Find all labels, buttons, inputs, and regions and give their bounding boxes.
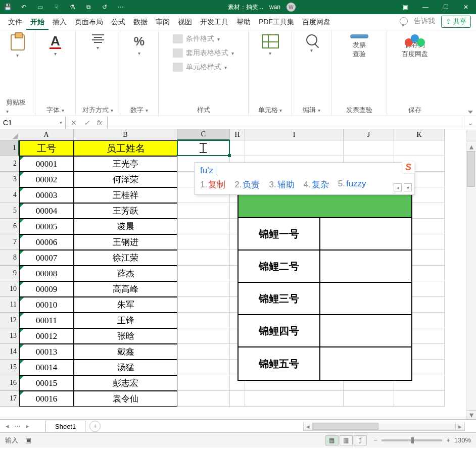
cell[interactable]: 张晗	[74, 328, 177, 344]
expand-formula-icon[interactable]: ⌄	[464, 116, 476, 129]
col-header-J[interactable]: J	[344, 129, 394, 140]
ime-candidate[interactable]: 3.辅助	[269, 179, 294, 190]
cell[interactable]: 00006	[19, 234, 74, 250]
cell[interactable]: 王钢进	[74, 234, 177, 250]
confirm-icon[interactable]: ✓	[84, 119, 90, 127]
ribbon-options-icon[interactable]: ▣	[398, 1, 412, 13]
cell[interactable]: 汤猛	[74, 360, 177, 375]
ime-next-icon[interactable]: ▾	[404, 183, 412, 191]
row-header[interactable]: 14	[0, 344, 19, 360]
maximize-icon[interactable]: ☐	[439, 1, 453, 13]
cell[interactable]	[177, 297, 230, 313]
cells-button[interactable]: ▾	[261, 34, 279, 59]
more-icon[interactable]: ⋯	[116, 3, 125, 12]
row-header[interactable]: 13	[0, 328, 19, 344]
tab-formula[interactable]: 公式	[107, 16, 129, 30]
ime-candidate[interactable]: 4.复杂	[304, 179, 329, 190]
cell[interactable]	[344, 391, 394, 407]
cell[interactable]	[177, 360, 230, 375]
cell[interactable]: 朱军	[74, 297, 177, 313]
col-header-K[interactable]: K	[394, 129, 445, 140]
cell[interactable]: 00007	[19, 250, 74, 266]
cell[interactable]: 00010	[19, 297, 74, 313]
tab-help[interactable]: 帮助	[232, 16, 255, 30]
number-button[interactable]: %▾	[130, 34, 149, 59]
cell[interactable]	[177, 250, 230, 266]
cell[interactable]: 凌晨	[74, 219, 177, 234]
cell[interactable]	[394, 391, 445, 407]
cell[interactable]: 袁令仙	[74, 391, 177, 407]
view-page-icon[interactable]: ▥	[340, 435, 353, 445]
align-button[interactable]: ▾	[89, 34, 107, 59]
cell[interactable]: 王光亭	[74, 156, 177, 172]
scroll-right-icon[interactable]: ▸	[455, 422, 464, 430]
hscroll-thumb[interactable]	[313, 423, 378, 430]
scroll-left-icon[interactable]: ◂	[304, 422, 313, 430]
baidu-save-button[interactable]: 保存到 百度网盘	[406, 34, 424, 59]
cell[interactable]	[177, 313, 230, 328]
tab-insert[interactable]: 插入	[49, 16, 71, 30]
cell[interactable]	[177, 344, 230, 360]
sheet-nav-next-icon[interactable]: ▸	[23, 422, 31, 430]
row-header[interactable]: 3	[0, 172, 19, 187]
cell[interactable]: 何泽荣	[74, 172, 177, 187]
table-format-button[interactable]: 套用表格格式 ▾	[173, 48, 234, 58]
cell[interactable]	[245, 140, 344, 156]
row-header[interactable]: 17	[0, 391, 19, 407]
add-sheet-icon[interactable]: +	[89, 421, 101, 432]
cell[interactable]	[230, 391, 245, 407]
row-header[interactable]: 11	[0, 297, 19, 313]
tab-file[interactable]: 文件	[4, 16, 26, 30]
tab-review[interactable]: 审阅	[152, 16, 174, 30]
editing-button[interactable]: ▾	[303, 34, 321, 59]
tab-pdf[interactable]: PDF工具集	[255, 16, 298, 30]
close-icon[interactable]: ✕	[459, 1, 473, 13]
paste-button[interactable]: ▾	[9, 34, 27, 59]
scroll-down-icon[interactable]: ▾	[466, 410, 476, 419]
cell[interactable]	[394, 140, 445, 156]
zoom-out-icon[interactable]: −	[374, 436, 378, 444]
zoom-in-icon[interactable]: +	[446, 436, 450, 444]
touch-icon[interactable]: ☟	[52, 3, 61, 12]
redo-icon[interactable]: ↺	[100, 3, 109, 12]
vertical-scrollbar[interactable]: ▴ ▾	[466, 142, 476, 419]
row-header[interactable]: 1	[0, 140, 19, 156]
ime-candidate[interactable]: 1.复制	[200, 179, 225, 190]
undo-icon[interactable]: ↶	[19, 3, 28, 12]
cell[interactable]: 王锋	[74, 313, 177, 328]
cell[interactable]	[177, 281, 230, 297]
cell[interactable]: 薛杰	[74, 266, 177, 281]
cell[interactable]: 00015	[19, 375, 74, 391]
col-header-B[interactable]: B	[74, 129, 177, 140]
minimize-icon[interactable]: —	[418, 1, 433, 13]
cell[interactable]	[230, 140, 245, 156]
user-avatar[interactable]: W	[287, 3, 296, 12]
cell[interactable]: 00005	[19, 219, 74, 234]
cell[interactable]: 00004	[19, 203, 74, 219]
cell[interactable]: 00012	[19, 328, 74, 344]
fx-icon[interactable]: fx	[97, 119, 102, 126]
cell-style-button[interactable]: 单元格样式 ▾	[173, 63, 227, 72]
new-icon[interactable]: ▭	[35, 3, 44, 12]
collapse-ribbon-icon[interactable]	[468, 111, 473, 114]
cell[interactable]: 00016	[19, 391, 74, 407]
cell[interactable]: 00008	[19, 266, 74, 281]
invoice-button[interactable]: 发票 查验	[350, 34, 368, 59]
cell[interactable]: 王桂祥	[74, 187, 177, 203]
row-header[interactable]: 6	[0, 219, 19, 234]
cell[interactable]	[177, 375, 230, 391]
cell[interactable]: 00003	[19, 187, 74, 203]
row-header[interactable]: 15	[0, 360, 19, 375]
tab-view[interactable]: 视图	[174, 16, 196, 30]
cell[interactable]	[177, 266, 230, 281]
cell[interactable]: 00013	[19, 344, 74, 360]
preview-icon[interactable]: ⧉	[84, 3, 93, 12]
zoom-slider[interactable]	[382, 439, 442, 441]
cell[interactable]	[177, 328, 230, 344]
sheet-nav-prev-icon[interactable]: ⋯	[13, 422, 21, 430]
select-all-button[interactable]	[0, 129, 19, 140]
cell[interactable]: 00014	[19, 360, 74, 375]
tab-developer[interactable]: 开发工具	[196, 16, 232, 30]
row-header[interactable]: 10	[0, 281, 19, 297]
row-header[interactable]: 12	[0, 313, 19, 328]
